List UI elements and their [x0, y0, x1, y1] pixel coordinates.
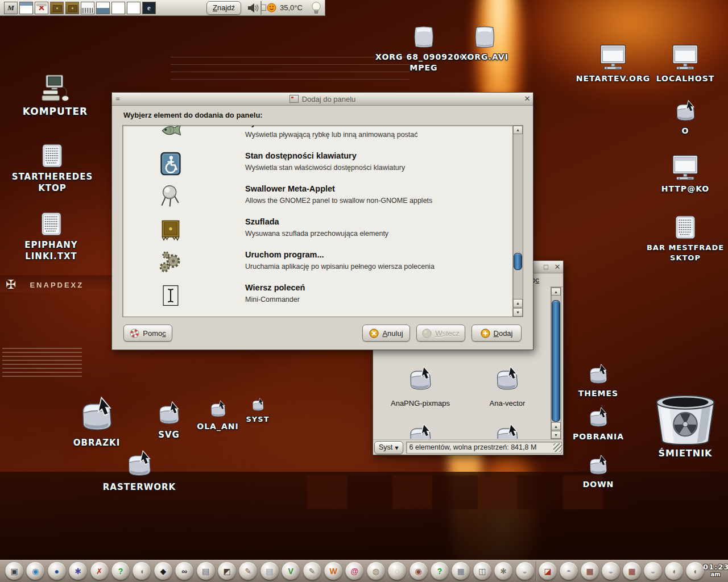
launcher-directx-icon[interactable]: ✗ — [90, 562, 108, 580]
fm-icon-AnaPNG-pixmaps[interactable]: AnaPNG-pixmaps — [391, 366, 450, 408]
desktop-icon-syst[interactable]: SYST — [246, 398, 269, 425]
zoom-dropdown[interactable]: Syst▾ — [374, 441, 403, 454]
fm-scrollbar-thumb[interactable] — [552, 300, 560, 422]
window-menu-icon[interactable]: = — [112, 93, 123, 105]
desktop-icon-o-folder[interactable]: O — [673, 100, 698, 136]
clock-applet[interactable]: 01:23 am — [703, 563, 728, 577]
launcher-screenshot-icon[interactable]: ▤ — [197, 562, 214, 580]
desktop-icon-obrazki[interactable]: OBRAZKI — [73, 397, 120, 448]
launcher-debian-icon[interactable]: @ — [346, 562, 363, 580]
back-button[interactable]: Wstecz — [416, 325, 465, 342]
close-icon[interactable]: ✕ — [522, 93, 533, 105]
volume-applet[interactable] — [246, 2, 259, 14]
launcher-movie-burner-icon[interactable]: ◉ — [410, 562, 427, 580]
fm-scroll-up2-icon[interactable]: ▲ — [551, 422, 561, 430]
desktop-icon-svg[interactable]: SVG — [155, 401, 183, 440]
launcher-bucket-icon[interactable]: ◓ — [560, 562, 578, 580]
launcher-gears-icon[interactable]: ✱ — [495, 562, 512, 580]
drawer-launcher-1-icon[interactable] — [50, 2, 64, 14]
applet-row-ibeam[interactable]: Wiersz poleceńMini-Commander — [123, 279, 512, 312]
desktop-icon-ola-ani[interactable]: OLA_ANI — [197, 400, 238, 432]
applet-row-drawer[interactable]: SzufladaWysuwana szuflada przechowująca … — [123, 213, 512, 246]
desktop-icon-xorg-avi[interactable]: XORG.AVI — [461, 24, 508, 63]
temperature-applet[interactable]: 35,0°C — [267, 3, 303, 13]
desktop-icon-pobrania[interactable]: POBRANIA — [573, 407, 624, 442]
desktop-icon-rasterwork[interactable]: RASTERWORK — [103, 450, 176, 493]
fm-scrollbar[interactable]: ▲ ▲ ▼ — [551, 287, 561, 439]
launcher-cd-roast-icon[interactable]: ◌ — [388, 562, 406, 580]
launcher-help-icon[interactable]: ? — [112, 562, 130, 580]
applet-list[interactable]: RybkaWyświetla pływającą rybkę lub inną … — [122, 125, 513, 317]
resize-grip[interactable] — [553, 443, 562, 452]
launcher-eyes-icon[interactable]: ∞ — [176, 562, 193, 580]
launcher-photo-icon[interactable]: ◩ — [218, 562, 236, 580]
desktop-icon-bar-desktop-file[interactable]: BAR MESTFRADESKTOP — [647, 214, 724, 263]
desktop-icon-localhost[interactable]: LOCALHOST — [656, 43, 715, 84]
launcher-gimp-3-icon[interactable]: ◖ — [686, 562, 704, 580]
launcher-file-roller-icon[interactable]: ◫ — [473, 562, 491, 580]
epiphany-launcher-icon[interactable]: e — [142, 2, 156, 14]
launcher-package-red-icon[interactable]: ▦ — [581, 562, 599, 580]
add-button[interactable]: Dodaj — [471, 325, 522, 342]
mini-slider[interactable] — [260, 1, 262, 15]
lightbulb-applet[interactable] — [310, 1, 322, 15]
mapplet-launcher-icon[interactable]: M — [4, 2, 18, 14]
fm-scroll-up-icon[interactable]: ▲ — [551, 288, 561, 296]
desktop-icon-komputer[interactable]: KOMPUTER — [23, 74, 88, 118]
fm-icon-partial[interactable] — [494, 423, 521, 439]
find-button[interactable]: Znajdź — [206, 1, 241, 15]
launcher-inkscape-icon[interactable]: ◆ — [154, 562, 172, 580]
barcode-app-launcher-icon[interactable] — [81, 2, 94, 14]
desktop-icon-epiphany-linki-txt[interactable]: EPIPHANYLINKI.TXT — [24, 210, 77, 263]
launcher-journal-icon[interactable]: ✎ — [239, 562, 257, 580]
launcher-mozilla-icon[interactable]: ✱ — [69, 562, 87, 580]
launcher-folder-red-icon[interactable]: ◪ — [539, 562, 557, 580]
applet-row-fish[interactable]: RybkaWyświetla pływającą rybkę lub inną … — [123, 125, 512, 147]
fm-icon-partial[interactable] — [407, 423, 434, 439]
desktop-icon-http-ko[interactable]: HTTP@KO — [661, 153, 710, 194]
launcher-jar-icon[interactable]: ◒ — [602, 562, 620, 580]
desktop-icon-down[interactable]: DOWN — [583, 455, 614, 490]
launcher-package-red-2-icon[interactable]: ▦ — [623, 562, 641, 580]
launcher-globe-icon[interactable]: ● — [48, 562, 65, 580]
fm-scroll-down-icon[interactable]: ▼ — [551, 431, 561, 439]
launcher-notes-icon[interactable]: ✎ — [303, 562, 321, 580]
launcher-gimp-2-icon[interactable]: ◖ — [665, 562, 683, 580]
launcher-terminal-icon[interactable]: ▣ — [6, 562, 23, 580]
desktop-icon-xorg-mpeg[interactable]: XORG 68_09092004MPEG — [375, 24, 472, 73]
window-app-launcher-icon[interactable] — [19, 2, 33, 14]
launcher-gimp-icon[interactable]: ◖ — [133, 562, 151, 580]
launcher-vim-icon[interactable]: V — [282, 562, 300, 580]
panes-app-launcher-icon[interactable] — [96, 2, 110, 14]
desktop-icon-themes[interactable]: THEMES — [578, 364, 618, 399]
launcher-jar-2-icon[interactable]: ◒ — [644, 562, 662, 580]
broken-app-launcher-icon[interactable]: ✕ — [35, 2, 48, 14]
launcher-web-browser-icon[interactable]: ◉ — [27, 562, 44, 580]
cancel-button[interactable]: Anuluj — [362, 325, 410, 342]
dialog-titlebar[interactable]: = Dodaj do panelu ✕ — [112, 93, 533, 106]
list-scroll-down-icon[interactable]: ▼ — [513, 308, 523, 317]
applet-list-scrollbar[interactable]: ▲ ▲ ▼ — [512, 125, 523, 317]
launcher-abiword-icon[interactable]: ▤ — [260, 562, 278, 580]
blank-launcher-1-icon[interactable] — [111, 2, 125, 14]
desktop-icon-smietnik-trash[interactable]: ŚMIETNIK — [648, 392, 723, 460]
add-to-panel-dialog[interactable]: = Dodaj do panelu ✕ Wybierz element do d… — [111, 92, 533, 350]
fm-icon-Ana-vector[interactable]: Ana-vector — [490, 366, 526, 408]
list-scroll-up-icon[interactable]: ▲ — [513, 126, 523, 134]
applet-row-accessibility[interactable]: Stan dostępności klawiaturyWyświetla sta… — [123, 147, 512, 180]
applet-row-sputnik[interactable]: Swallower Meta-AppletAllows the GNOME2 p… — [123, 180, 512, 213]
launcher-planet-icon[interactable]: ◍ — [367, 562, 384, 580]
blank-launcher-2-icon[interactable] — [127, 2, 140, 14]
maximize-button[interactable]: □ — [540, 261, 552, 273]
help-button[interactable]: Pomoc — [123, 325, 172, 342]
list-scroll-up2-icon[interactable]: ▲ — [513, 299, 523, 307]
list-scrollbar-thumb[interactable] — [514, 253, 522, 270]
launcher-help-2-icon[interactable]: ? — [431, 562, 449, 580]
drawer-launcher-2-icon[interactable] — [65, 2, 79, 14]
launcher-package-icon[interactable]: ◒ — [516, 562, 533, 580]
launcher-calculator-icon[interactable]: ▦ — [452, 562, 470, 580]
close-icon[interactable]: ✕ — [552, 261, 563, 273]
launcher-wx-icon[interactable]: W — [325, 562, 342, 580]
applet-row-gears[interactable]: Uruchom program...Uruchamia aplikację po… — [123, 246, 512, 279]
desktop-icon-starthere-desktop[interactable]: STARTHEREDESKTOP — [12, 142, 93, 194]
